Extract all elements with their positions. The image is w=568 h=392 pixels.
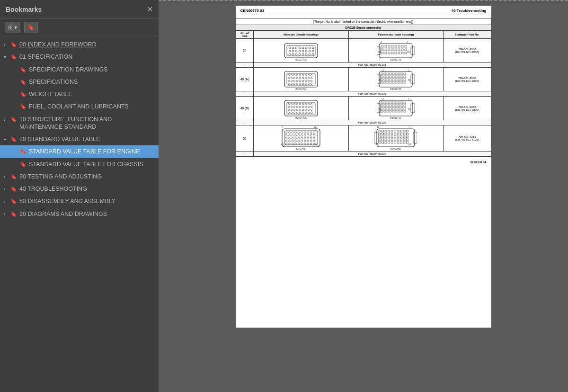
svg-rect-333 <box>403 142 405 143</box>
svg-rect-114 <box>392 76 394 78</box>
item-label: SPECIFICATION DRAWINGS <box>29 66 155 73</box>
svg-rect-319 <box>391 139 393 141</box>
svg-point-245 <box>310 134 312 136</box>
svg-rect-324 <box>407 139 408 141</box>
svg-rect-35 <box>398 45 400 47</box>
sidebar-item-10[interactable]: ›🔖10 STRUCTURE, FUNCTION AND MAINTENANCE… <box>0 113 159 134</box>
sidebar-item-50[interactable]: ›🔖50 DISASSEMBLY AND ASSEMBLY <box>0 195 159 207</box>
svg-rect-209 <box>401 107 403 109</box>
svg-rect-39 <box>385 49 387 51</box>
sidebar-item-svt-chassis[interactable]: 🔖STANDARD VALUE TABLE FOR CHASSIS <box>0 158 159 170</box>
svg-point-272 <box>301 143 302 145</box>
svg-rect-49 <box>391 52 393 54</box>
svg-text:24: 24 <box>378 51 381 53</box>
svg-rect-195 <box>387 105 389 107</box>
sidebar-item-00[interactable]: ›🔖00 INDEX AND FOREWORD <box>0 38 159 51</box>
svg-rect-309 <box>391 136 393 138</box>
sidebar-item-40[interactable]: ›🔖40 TROUBLESHOOTING <box>0 183 159 195</box>
page-header-right: 40 Troubleshooting <box>452 9 487 13</box>
sidebar-item-svt-engine[interactable]: 🔖STANDARD VALUE TABLE FOR ENGINE <box>0 145 159 158</box>
svg-rect-124 <box>395 79 397 80</box>
svg-rect-293 <box>403 130 405 132</box>
part-number-row: – Part No.:68194-02102 <box>236 120 491 125</box>
bookmark-icon: 🔖 <box>20 79 27 85</box>
svg-rect-192 <box>404 102 406 104</box>
bookmark-icon: 🔖 <box>20 161 27 168</box>
svg-point-63 <box>293 74 295 76</box>
svg-point-232 <box>301 132 302 134</box>
part-number: Part No.:68194-03103 <box>254 151 491 157</box>
bookmark-button[interactable]: 🔖 <box>24 22 38 33</box>
svg-rect-121 <box>387 79 389 80</box>
sidebar-item-01[interactable]: ▾🔖01 SPECIFICATION <box>0 51 159 63</box>
sidebar-item-specifications[interactable]: 🔖SPECIFICATIONS <box>0 76 159 88</box>
svg-rect-298 <box>388 133 390 135</box>
svg-point-263 <box>304 140 306 142</box>
svg-point-65 <box>299 74 301 76</box>
part-dash: – <box>236 120 254 125</box>
svg-rect-304 <box>407 133 408 135</box>
svg-rect-208 <box>398 107 400 109</box>
svg-text:31: 31 <box>408 107 411 110</box>
svg-rect-328 <box>388 142 390 143</box>
svg-point-177 <box>305 112 307 114</box>
bookmark-icon: 🔖 <box>20 103 27 110</box>
svg-rect-117 <box>401 76 403 78</box>
svg-point-23 <box>305 53 307 55</box>
svg-point-238 <box>288 134 290 136</box>
svg-point-248 <box>288 137 290 139</box>
svg-rect-112 <box>387 76 389 78</box>
svg-point-237 <box>285 134 287 136</box>
svg-rect-322 <box>400 139 402 141</box>
svg-point-246 <box>313 134 315 136</box>
expand-arrow: ▾ <box>4 136 9 143</box>
svg-text:6: 6 <box>381 41 382 44</box>
svg-rect-30 <box>382 45 383 47</box>
svg-point-83 <box>299 80 301 82</box>
document-page: CEN00670-03 40 Troubleshooting [The pin … <box>236 6 491 328</box>
sidebar-item-20[interactable]: ▾🔖20 STANDARD VALUE TABLE <box>0 133 159 145</box>
svg-point-258 <box>288 140 290 142</box>
t-adapter-value: 799-601-4211(Kit:799-601-4101) <box>444 125 491 151</box>
sidebar-item-weight-table[interactable]: 🔖WEIGHT TABLE <box>0 88 159 100</box>
sidebar-item-30[interactable]: ›🔖30 TESTING AND ADJUSTING <box>0 170 159 183</box>
svg-point-11 <box>292 50 294 52</box>
male-connector-cell: BJD12726 <box>254 97 349 120</box>
svg-rect-183 <box>411 104 415 113</box>
svg-text:BJD12724: BJD12724 <box>295 88 307 90</box>
svg-point-78 <box>311 77 312 79</box>
svg-rect-126 <box>401 79 403 80</box>
grid-view-button[interactable]: ⊞ ▾ <box>5 22 20 33</box>
close-button[interactable]: ✕ <box>147 5 153 14</box>
svg-rect-103 <box>387 73 389 75</box>
svg-point-61 <box>288 74 290 76</box>
svg-rect-120 <box>384 79 386 80</box>
svg-rect-188 <box>392 102 394 104</box>
svg-point-247 <box>285 137 287 139</box>
svg-point-75 <box>302 77 304 79</box>
svg-point-66 <box>302 74 304 76</box>
svg-rect-102 <box>384 73 386 75</box>
bookmark-icon: 🔖 <box>20 66 27 73</box>
svg-rect-42 <box>395 49 397 51</box>
svg-point-9 <box>312 47 314 49</box>
sidebar-item-spec-drawings[interactable]: 🔖SPECIFICATION DRAWINGS <box>0 63 159 76</box>
svg-point-260 <box>294 140 296 142</box>
sidebar-item-fuel[interactable]: 🔖FUEL, COOLANT AND LUBRICANTS <box>0 100 159 113</box>
svg-point-257 <box>285 140 287 142</box>
svg-rect-321 <box>397 139 399 141</box>
bookmark-icon: 🔖 <box>10 198 17 205</box>
svg-point-271 <box>298 143 300 145</box>
svg-point-156 <box>296 106 298 108</box>
svg-rect-302 <box>400 133 402 135</box>
svg-point-242 <box>301 134 302 136</box>
svg-rect-301 <box>397 133 399 135</box>
pin-count: 24 <box>236 39 254 62</box>
sidebar-item-90[interactable]: ›🔖90 DIAGRAMS AND DRAWINGS <box>0 208 159 220</box>
bookmark-icon: 🔖 <box>20 91 27 98</box>
svg-point-5 <box>299 47 301 49</box>
svg-point-153 <box>288 106 290 108</box>
svg-rect-131 <box>390 81 391 83</box>
svg-rect-215 <box>392 110 394 112</box>
bookmark-icon: 🔖 <box>10 173 17 180</box>
